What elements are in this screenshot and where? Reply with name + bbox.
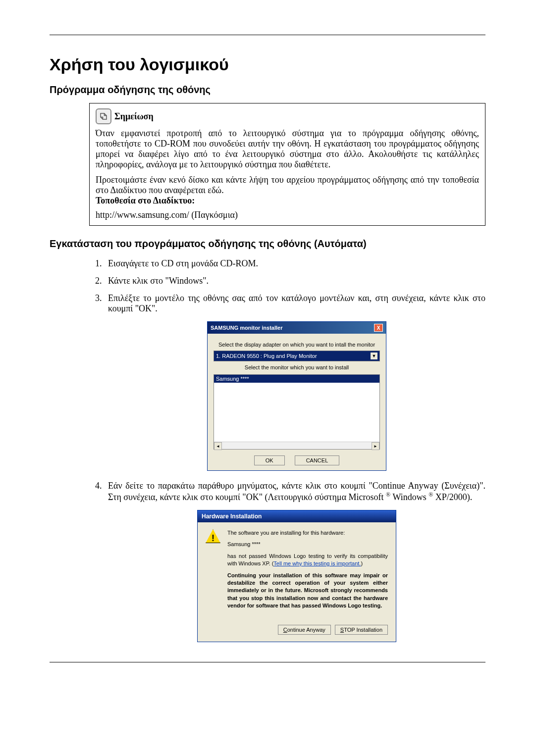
horizontal-scrollbar[interactable]: ◄ ►: [214, 442, 379, 449]
bottom-rule: [50, 662, 485, 662]
note-url: http://www.samsung.com/ (Παγκόσμια): [96, 210, 479, 220]
scroll-right-icon[interactable]: ►: [372, 442, 379, 450]
note-label: Σημείωση: [114, 111, 154, 122]
stop-installation-button[interactable]: STOP Installation: [335, 625, 388, 635]
chevron-down-icon[interactable]: ▼: [371, 353, 377, 359]
step-2: Κάντε κλικ στο "Windows".: [104, 276, 485, 286]
registered-icon: ®: [386, 491, 390, 498]
dialog2-p4: Continuing your installation of this sof…: [227, 572, 388, 610]
dialog1-button-row: OK CANCEL: [214, 455, 380, 465]
dialog1-title-text: SAMSUNG monitor installer: [211, 325, 282, 331]
continue-rest: ontinue Anyway: [287, 627, 325, 633]
dialog2-titlebar: Hardware Installation: [198, 510, 396, 522]
dialog2-link[interactable]: Tell me why this testing is important.: [273, 560, 361, 566]
close-icon[interactable]: X: [374, 324, 383, 332]
continue-anyway-button[interactable]: Continue Anyway: [278, 625, 331, 635]
note-box: Σημείωση Όταν εμφανιστεί προτροπή από το…: [89, 103, 485, 226]
step-4-text-c: XP/2000).: [433, 492, 472, 502]
scroll-left-icon[interactable]: ◄: [214, 442, 222, 450]
dialog1-label-monitor: Select the monitor which you want to ins…: [214, 364, 380, 370]
step-3: Επιλέξτε το μοντέλο της οθόνης σας από τ…: [104, 293, 485, 471]
hardware-installation-dialog: Hardware Installation ! The software you…: [197, 510, 396, 642]
dialog2-p1: The software you are installing for this…: [227, 529, 388, 537]
ok-button[interactable]: OK: [254, 455, 285, 465]
dialog2-p3b: ): [361, 560, 363, 566]
note-paragraph-1: Όταν εμφανιστεί προτροπή από το λειτουργ…: [96, 128, 479, 170]
note-paragraph-2: Προετοιμάστε έναν κενό δίσκο και κάντε λ…: [96, 175, 479, 196]
scroll-track[interactable]: [222, 442, 372, 449]
step-4: Εάν δείτε το παρακάτω παράθυρο μηνύματος…: [104, 481, 485, 642]
step-3-text: Επιλέξτε το μοντέλο της οθόνης σας από τ…: [108, 293, 485, 313]
dialog1-body: Select the display adapter on which you …: [208, 334, 386, 470]
step-4-text-b: Windows: [392, 492, 428, 502]
dialog1-adapter-select[interactable]: 1. RADEON 9550 : Plug and Play Monitor ▼: [214, 351, 380, 361]
note-website-label: Τοποθεσία στο Διαδίκτυο:: [96, 196, 479, 206]
note-header: Σημείωση: [96, 108, 479, 124]
registered-icon: ®: [428, 491, 433, 498]
section-driver-title: Πρόγραμμα οδήγησης της οθόνης: [50, 84, 485, 96]
dialog1-label-adapter: Select the display adapter on which you …: [214, 342, 380, 348]
step-1: Εισαγάγετε το CD στη μονάδα CD-ROM.: [104, 258, 485, 269]
continue-accel: C: [283, 627, 287, 633]
warning-icon: !: [206, 529, 220, 614]
cancel-button[interactable]: CANCEL: [295, 455, 340, 465]
samsung-installer-dialog: SAMSUNG monitor installer X Select the d…: [207, 321, 386, 471]
dialog2-body: ! The software you are installing for th…: [198, 522, 396, 621]
page-title: Χρήση του λογισμικού: [50, 55, 485, 74]
dialog1-monitor-list[interactable]: Samsung **** ◄ ►: [214, 374, 380, 450]
dialog2-content: The software you are installing for this…: [227, 529, 388, 614]
dialog2-button-row: Continue Anyway STOP Installation: [198, 621, 396, 642]
top-rule: [50, 35, 485, 35]
dialog2-p2: Samsung ****: [227, 541, 388, 548]
section-install-title: Εγκατάσταση του προγράμματος οδήγησης τη…: [50, 238, 485, 250]
dialog1-titlebar: SAMSUNG monitor installer X: [208, 322, 386, 334]
stop-rest: TOP Installation: [344, 627, 382, 633]
dialog2-p3: has not passed Windows Logo testing to v…: [227, 553, 388, 568]
dialog1-adapter-value: 1. RADEON 9550 : Plug and Play Monitor: [216, 353, 317, 359]
dialog1-list-item[interactable]: Samsung ****: [214, 375, 379, 383]
note-icon: [96, 108, 111, 124]
install-steps: Εισαγάγετε το CD στη μονάδα CD-ROM. Κάντ…: [89, 258, 485, 642]
